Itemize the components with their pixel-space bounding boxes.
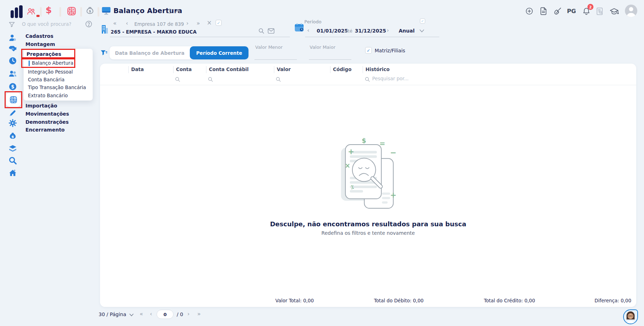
sidebar-item-movimentacoes[interactable]: Movimentações xyxy=(25,111,69,117)
dollar-module-icon[interactable]: $ xyxy=(46,5,52,15)
svg-text:$: $ xyxy=(89,9,91,13)
valor-column-search-icon[interactable] xyxy=(276,77,281,82)
company-underline xyxy=(110,37,290,37)
app-logo[interactable] xyxy=(11,5,25,18)
pagination-first-button[interactable]: « xyxy=(140,311,143,317)
topbar-divider xyxy=(80,7,82,17)
pagination-last-button[interactable]: » xyxy=(197,311,201,317)
user-avatar[interactable] xyxy=(625,5,637,17)
collapse-header-chevron-up-icon[interactable] xyxy=(175,9,180,13)
moneybag-module-icon[interactable]: $ xyxy=(85,6,95,16)
rail-moneybag-icon[interactable]: $ xyxy=(8,132,17,141)
valor-menor-input[interactable] xyxy=(254,52,297,60)
sidebar-item-conta-bancaria[interactable]: Conta Bancária xyxy=(28,77,64,82)
logo-bar xyxy=(19,5,23,18)
valor-maior-input[interactable] xyxy=(309,52,351,60)
rail-gear-icon[interactable] xyxy=(8,118,17,128)
svg-text:$: $ xyxy=(362,137,366,144)
logo-bar xyxy=(11,10,14,18)
logo-bar xyxy=(15,7,18,18)
pg-link[interactable]: PG xyxy=(567,8,576,14)
column-header-conta[interactable]: Conta xyxy=(176,66,192,72)
svg-text:+: + xyxy=(348,147,354,156)
rail-calculator-icon[interactable] xyxy=(9,95,18,104)
company-first-button[interactable]: « xyxy=(113,21,117,26)
rail-clock-icon[interactable] xyxy=(8,56,17,65)
conta-column-search-icon[interactable] xyxy=(175,77,180,82)
svg-text:=: = xyxy=(379,140,385,148)
period-end-date[interactable]: 31/12/2025 xyxy=(355,28,386,34)
valor-total-label: Valor Total: xyxy=(275,298,301,303)
pagination-prev-button[interactable]: ‹ xyxy=(150,311,152,317)
pagination-current-page-input[interactable] xyxy=(157,310,174,319)
period-next-button[interactable]: › xyxy=(387,28,389,33)
column-header-historico[interactable]: Histórico xyxy=(365,66,390,72)
pagination-total-pages: / 0 xyxy=(177,312,183,317)
rail-pen-icon[interactable] xyxy=(8,109,17,118)
company-checkbox[interactable]: ✓ xyxy=(216,20,222,26)
rail-users-icon[interactable] xyxy=(8,69,17,78)
empty-state-title: Desculpe, não encontramos resultados par… xyxy=(100,220,636,228)
svg-text:×: × xyxy=(345,162,350,169)
info-icon[interactable] xyxy=(167,8,172,14)
tab-periodo-corrente[interactable]: Período Corrente xyxy=(190,46,248,59)
calculator-module-icon[interactable] xyxy=(66,6,77,16)
column-separator xyxy=(330,66,330,73)
company-mail-icon[interactable] xyxy=(268,28,275,34)
filter-funnel-icon[interactable] xyxy=(100,49,108,57)
total-credito: Total do Crédito: 0,00 xyxy=(484,298,535,303)
monitor-icon xyxy=(101,7,111,15)
help-icon[interactable] xyxy=(85,21,92,28)
period-prev-button[interactable]: ‹ xyxy=(307,28,309,33)
sidebar-item-balanco-abertura[interactable]: Balanço Abertura xyxy=(32,60,73,66)
company-prev-button[interactable]: ‹ xyxy=(126,21,128,26)
sidebar-item-encerramento[interactable]: Encerramento xyxy=(25,127,65,133)
add-icon[interactable] xyxy=(525,7,533,15)
period-mode-select[interactable]: Anual xyxy=(399,28,415,34)
sidebar-search-input[interactable] xyxy=(22,21,80,27)
rail-dollar-circle-icon[interactable]: $ xyxy=(8,82,17,91)
company-last-button[interactable]: » xyxy=(197,21,200,26)
page-size-chevron-down-icon[interactable] xyxy=(129,313,134,316)
page-size-select[interactable]: 30 / Página xyxy=(99,312,126,317)
sidebar-item-montagem[interactable]: Montagem xyxy=(25,41,55,47)
rail-registrations-user-gear-icon[interactable] xyxy=(8,33,17,42)
rail-layers-icon[interactable] xyxy=(8,144,17,153)
assistant-chat-avatar[interactable] xyxy=(623,309,638,324)
graduation-cap-icon[interactable] xyxy=(609,7,619,16)
period-mode-chevron-down-icon[interactable] xyxy=(419,29,425,33)
people-module-icon[interactable] xyxy=(26,6,36,16)
conta-contabil-column-search-icon[interactable] xyxy=(208,77,213,82)
tab-data-balanco-abertura[interactable]: Data Balanço de Abertura xyxy=(110,46,190,59)
matriz-filiais-checkbox[interactable]: ✓ xyxy=(365,47,372,54)
sidebar-item-importacao[interactable]: Importação xyxy=(25,103,57,109)
column-header-valor[interactable]: Valor xyxy=(277,66,291,72)
sidebar-item-extrato-bancario[interactable]: Extrato Bancário xyxy=(28,93,68,98)
rail-handshake-icon[interactable] xyxy=(8,43,17,53)
total-credito-label: Total do Crédito: xyxy=(484,298,523,303)
historico-search-input[interactable] xyxy=(372,76,436,81)
column-header-codigo[interactable]: Código xyxy=(333,66,351,72)
pagination-next-button[interactable]: › xyxy=(187,311,189,317)
document-search-icon[interactable] xyxy=(596,7,603,15)
period-start-date[interactable]: 01/01/2025 xyxy=(317,28,348,34)
historico-search-icon[interactable] xyxy=(365,77,370,82)
column-header-data[interactable]: Data xyxy=(131,66,144,72)
sidebar-filter-funnel-icon[interactable] xyxy=(8,21,15,28)
company-next-button[interactable]: › xyxy=(186,21,188,26)
company-search-icon[interactable] xyxy=(258,28,264,34)
sidebar-item-integracao-pessoal[interactable]: Integração Pessoal xyxy=(28,69,73,75)
sidebar-item-tipo-transacao-bancaria[interactable]: Tipo Transação Bancária xyxy=(28,85,86,90)
sidebar-item-cadastros[interactable]: Cadastros xyxy=(25,33,53,39)
column-header-conta-contabil[interactable]: Conta Contábil xyxy=(209,66,248,72)
rail-home-icon[interactable] xyxy=(8,168,17,177)
sidebar-item-demonstracoes[interactable]: Demonstrações xyxy=(25,119,69,125)
tab-label: Data Balanço de Abertura xyxy=(115,50,185,56)
document-icon[interactable] xyxy=(540,7,547,15)
rail-search-icon[interactable] xyxy=(8,156,17,165)
company-close-button[interactable]: × xyxy=(207,20,212,25)
broom-icon[interactable] xyxy=(553,7,562,16)
sidebar-item-preparacoes[interactable]: Preparações xyxy=(27,51,61,57)
period-checkbox[interactable]: ✓ xyxy=(420,18,425,24)
svg-text:⁒: ⁒ xyxy=(351,184,354,190)
